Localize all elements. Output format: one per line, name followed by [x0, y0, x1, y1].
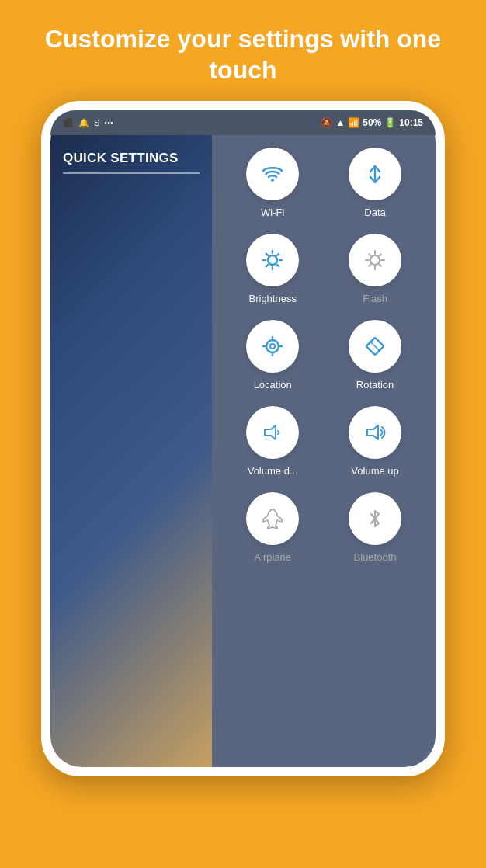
- brightness-circle: [246, 234, 299, 286]
- airplane-label: Airplane: [254, 551, 291, 563]
- setting-location[interactable]: Location: [234, 320, 311, 391]
- battery-icon: 🔋: [384, 117, 396, 128]
- airplane-circle: [246, 492, 299, 545]
- brightness-label: Brightness: [249, 293, 297, 304]
- skype-icon: S: [94, 118, 99, 127]
- settings-grid: Wi-Fi Data: [218, 135, 429, 569]
- rotation-icon: [363, 334, 387, 359]
- signal-icon: 📶: [348, 117, 359, 128]
- svg-line-18: [379, 254, 381, 256]
- settings-row-4: Volume d... Volume up: [218, 400, 429, 483]
- volume-down-circle: [246, 406, 299, 459]
- svg-marker-28: [265, 425, 276, 439]
- settings-row-3: Location Rotation: [218, 314, 429, 397]
- header: Customize your settings with one touch: [0, 0, 486, 101]
- svg-marker-29: [367, 425, 378, 439]
- bluetooth-circle: [349, 492, 401, 545]
- status-right-icons: 🔕 ▲ 📶 50% 🔋 10:15: [321, 117, 423, 128]
- volume-up-icon: [363, 420, 387, 445]
- svg-line-8: [277, 265, 279, 266]
- quick-settings-title: QUICK SETTINGS: [50, 135, 212, 172]
- setting-airplane[interactable]: Airplane: [234, 492, 311, 563]
- brightness-icon: [260, 248, 285, 273]
- data-icon: [363, 161, 387, 186]
- setting-volume-up[interactable]: Volume up: [336, 406, 414, 477]
- status-bar: ⬛ 🔔 S ••• 🔕 ▲ 📶 50% 🔋 10:15: [50, 110, 436, 135]
- volume-down-icon: [260, 420, 285, 445]
- status-left-icons: ⬛ 🔔 S •••: [63, 118, 113, 128]
- svg-line-17: [379, 264, 381, 266]
- notification-icon: 🔔: [78, 118, 89, 128]
- flash-circle: [349, 234, 401, 286]
- location-label: Location: [254, 379, 292, 391]
- bluetooth-label: Bluetooth: [354, 551, 397, 563]
- wifi-icon: ▲: [335, 117, 345, 128]
- svg-point-21: [270, 344, 275, 349]
- time-display: 10:15: [399, 117, 423, 128]
- screenshot-icon: ⬛: [63, 118, 74, 128]
- left-panel: QUICK SETTINGS: [50, 110, 212, 767]
- airplane-icon: [260, 506, 285, 531]
- location-icon: [260, 334, 285, 359]
- right-panel: Wi-Fi Data: [212, 110, 436, 767]
- svg-point-2: [268, 255, 277, 265]
- setting-bluetooth[interactable]: Bluetooth: [336, 492, 414, 563]
- svg-line-19: [369, 264, 371, 266]
- settings-row-2: Brightness: [218, 227, 429, 311]
- title-underline: [63, 172, 200, 174]
- setting-flash[interactable]: Flash: [336, 234, 414, 304]
- phone-screen: QUICK SETTINGS: [50, 110, 436, 767]
- rotation-label: Rotation: [356, 379, 394, 391]
- more-icon: •••: [104, 118, 113, 127]
- svg-line-10: [266, 265, 268, 266]
- location-circle: [246, 320, 299, 373]
- wifi-circle: [246, 148, 299, 200]
- volume-up-circle: [349, 406, 401, 459]
- setting-data[interactable]: Data: [336, 148, 414, 218]
- phone-frame: ⬛ 🔔 S ••• 🔕 ▲ 📶 50% 🔋 10:15 QUICK SETTIN…: [41, 101, 445, 776]
- wifi-label: Wi-Fi: [261, 207, 284, 218]
- flash-icon: [363, 248, 387, 273]
- mute-icon: 🔕: [321, 117, 332, 128]
- bluetooth-icon: [363, 506, 387, 531]
- volume-down-label: Volume d...: [248, 465, 298, 477]
- rotation-circle: [349, 320, 401, 373]
- svg-line-27: [370, 342, 380, 351]
- data-label: Data: [364, 207, 385, 218]
- settings-row-5: Airplane Bluetooth: [218, 486, 429, 569]
- svg-point-20: [266, 340, 279, 352]
- svg-line-16: [369, 254, 371, 256]
- settings-row-1: Wi-Fi Data: [218, 141, 429, 224]
- svg-point-0: [271, 179, 274, 182]
- svg-line-9: [277, 254, 279, 255]
- phone-wrapper: ⬛ 🔔 S ••• 🔕 ▲ 📶 50% 🔋 10:15 QUICK SETTIN…: [41, 101, 445, 868]
- setting-volume-down[interactable]: Volume d...: [234, 406, 311, 477]
- data-circle: [349, 148, 401, 200]
- svg-line-7: [266, 254, 268, 255]
- header-title: Customize your settings with one touch: [0, 0, 486, 101]
- flash-label: Flash: [363, 293, 387, 304]
- volume-up-label: Volume up: [351, 465, 398, 477]
- setting-wifi[interactable]: Wi-Fi: [234, 148, 311, 218]
- battery-text: 50%: [363, 117, 381, 128]
- wifi-icon: [260, 161, 285, 186]
- setting-rotation[interactable]: Rotation: [336, 320, 414, 391]
- setting-brightness[interactable]: Brightness: [234, 234, 311, 304]
